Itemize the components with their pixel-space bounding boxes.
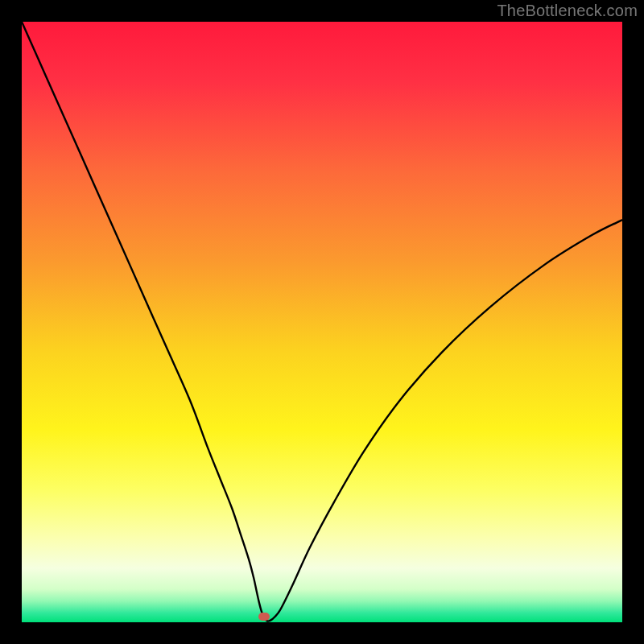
plot-background [22,22,622,622]
chart-frame: TheBottleneck.com [0,0,644,644]
bottleneck-chart [22,22,622,622]
attribution-text: TheBottleneck.com [497,2,638,20]
optimal-point-marker [258,613,270,621]
